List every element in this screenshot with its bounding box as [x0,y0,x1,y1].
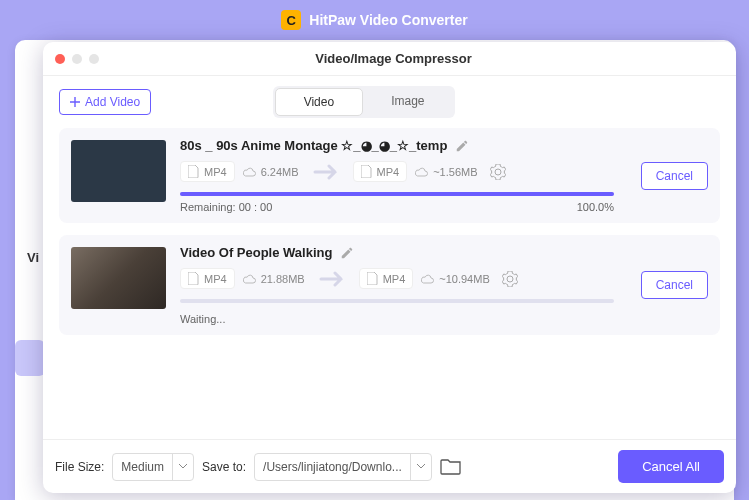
cancel-button[interactable]: Cancel [641,162,708,190]
folder-icon[interactable] [440,458,462,476]
saveto-select[interactable]: /Users/linjiatong/Downlo... [254,453,432,481]
file-icon [367,272,378,285]
dst-size: ~10.94MB [439,273,489,285]
bg-blue-pill [15,340,45,376]
dialog-header: Video/Image Compressor [43,42,736,76]
filesize-select[interactable]: Medium [112,453,194,481]
progress-pct: 100.0% [577,201,614,213]
file-icon [361,165,372,178]
cloud-icon [243,274,256,284]
compressor-dialog: Video/Image Compressor Add Video Video I… [43,42,736,493]
src-size: 6.24MB [261,166,299,178]
arrow-icon [307,164,347,180]
file-name: Video Of People Walking [180,245,332,260]
edit-icon[interactable] [455,139,469,153]
src-size: 21.88MB [261,273,305,285]
chevron-down-icon [172,454,193,480]
source-format-chip: MP4 [180,268,235,289]
item-list: 80s _ 90s Anime Montage ☆_◕_◕_☆_temp MP4… [43,124,736,439]
cloud-icon [421,274,434,284]
plus-icon [70,97,80,107]
dest-size-chip: ~10.94MB [419,270,491,288]
remaining-text: Remaining: 00 : 00 [180,201,272,213]
filesize-value: Medium [113,460,172,474]
saveto-label: Save to: [202,460,246,474]
cancel-all-button[interactable]: Cancel All [618,450,724,483]
app-title: HitPaw Video Converter [309,12,467,28]
cancel-button[interactable]: Cancel [641,271,708,299]
chevron-down-icon [410,454,431,480]
video-thumbnail [71,247,166,309]
source-size-chip: 21.88MB [241,270,307,288]
close-dot[interactable] [55,54,65,64]
video-thumbnail [71,140,166,202]
add-video-button[interactable]: Add Video [59,89,151,115]
list-item: 80s _ 90s Anime Montage ☆_◕_◕_☆_temp MP4… [59,128,720,223]
app-topbar: C HitPaw Video Converter [0,0,749,40]
dest-format-chip: MP4 [359,268,414,289]
dialog-title: Video/Image Compressor [99,51,688,66]
file-icon [188,272,199,285]
cloud-icon [243,167,256,177]
add-video-label: Add Video [85,95,140,109]
saveto-value: /Users/linjiatong/Downlo... [255,460,410,474]
file-name: 80s _ 90s Anime Montage ☆_◕_◕_☆_temp [180,138,447,153]
progress-bar [180,299,614,303]
cloud-icon [415,167,428,177]
dialog-toolbar: Add Video Video Image [43,76,736,124]
gear-icon[interactable] [490,164,506,180]
dst-format: MP4 [377,166,400,178]
dst-format: MP4 [383,273,406,285]
src-format: MP4 [204,166,227,178]
minimize-dot[interactable] [72,54,82,64]
dst-size: ~1.56MB [433,166,477,178]
tab-image[interactable]: Image [363,88,452,116]
status-text: Waiting... [180,313,614,325]
bg-left-text: Vi [27,250,39,265]
list-item: Video Of People Walking MP4 21.88MB [59,235,720,335]
source-format-chip: MP4 [180,161,235,182]
mode-segmented: Video Image [273,86,455,118]
dialog-footer: File Size: Medium Save to: /Users/linjia… [43,439,736,493]
source-size-chip: 6.24MB [241,163,301,181]
filesize-label: File Size: [55,460,104,474]
edit-icon[interactable] [340,246,354,260]
maximize-dot[interactable] [89,54,99,64]
file-icon [188,165,199,178]
window-controls[interactable] [55,54,99,64]
arrow-icon [313,271,353,287]
tab-video[interactable]: Video [275,88,363,116]
app-logo: C [281,10,301,30]
dest-size-chip: ~1.56MB [413,163,479,181]
dest-format-chip: MP4 [353,161,408,182]
gear-icon[interactable] [502,271,518,287]
progress-bar [180,192,614,196]
src-format: MP4 [204,273,227,285]
